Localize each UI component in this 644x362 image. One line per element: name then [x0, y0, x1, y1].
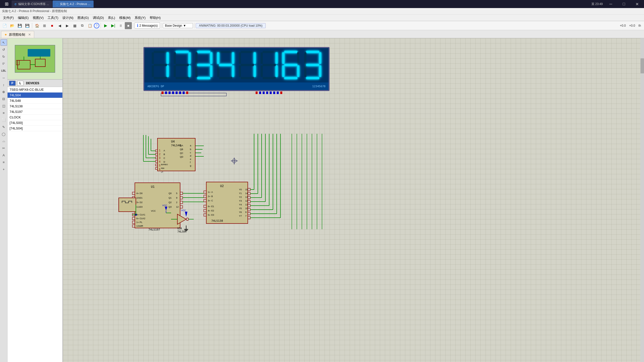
device-74ls00[interactable]: [74LS00]: [8, 120, 62, 126]
menu-library[interactable]: 库(L): [106, 15, 117, 21]
proteus-icon: ⬡: [56, 2, 58, 6]
menu-tools[interactable]: 工具(T): [46, 15, 60, 21]
sidebar-container: ↖ ↺ ↻ 0° LBL ↔ ↕ ⊕ ⊟ ◫ ≡ ⬜ ✎ ◯ ⌓ ✂ A ≡ +: [0, 38, 63, 362]
library-button[interactable]: L: [17, 81, 23, 86]
snap-button[interactable]: ⊞: [41, 22, 48, 29]
svg-rect-119: [248, 192, 250, 195]
seg-c-6: [297, 65, 299, 77]
menu-edit[interactable]: 编辑(E): [16, 15, 31, 21]
design-dropdown[interactable]: Base Design ▼: [163, 23, 193, 28]
device-clock[interactable]: CLOCK: [8, 115, 62, 120]
menu-chart[interactable]: 图表(G): [75, 15, 91, 21]
svg-rect-74: [132, 217, 135, 220]
svg-text:D0: D0: [140, 192, 143, 195]
schematic[interactable]: U4 74LS48 1 2 3 4 5 6 a b c d e f g: [63, 38, 644, 362]
close-tab-icon[interactable]: ✕: [28, 33, 31, 36]
menu-file[interactable]: 文件(F): [1, 15, 16, 21]
save-as-button[interactable]: 💾: [24, 22, 31, 29]
redo-tool[interactable]: ↻: [1, 53, 7, 60]
print-button[interactable]: ■: [49, 22, 56, 29]
select-tool[interactable]: ↖: [1, 39, 7, 46]
messages-button[interactable]: ℹ 2 Message(s): [135, 22, 160, 29]
device-7seg[interactable]: 7SEG-MPX8-CC-BLUE: [8, 87, 62, 93]
svg-text:QA: QA: [180, 144, 183, 147]
properties-button[interactable]: 📋: [86, 22, 93, 29]
circle-tool[interactable]: ◯: [1, 131, 7, 137]
menu-help[interactable]: 帮助(H): [148, 15, 163, 21]
seg-c-1: [188, 65, 191, 77]
step-button[interactable]: ▶|: [110, 22, 117, 29]
proteus-tab[interactable]: ⬡ 实验七.4.2 - Proteus ...: [53, 1, 93, 8]
arc-tool[interactable]: ⌓: [1, 138, 7, 144]
help-btn[interactable]: ?: [94, 23, 99, 28]
v-scroll-thumb[interactable]: [640, 58, 644, 73]
menu-debug[interactable]: 调试(D): [91, 15, 106, 21]
bus-tool[interactable]: ⊟: [1, 96, 7, 102]
seg-a-3: [219, 51, 232, 53]
schematic-tab[interactable]: ✦ 原理图绘制 ✕: [1, 31, 34, 38]
junction-tool[interactable]: ◫: [1, 103, 7, 109]
sep5: [194, 23, 194, 28]
device-74ls48[interactable]: 74LS48: [8, 98, 62, 104]
menu-template[interactable]: 模板(M): [117, 15, 133, 21]
device-74ls138[interactable]: 74LS138: [8, 104, 62, 109]
minimize-button[interactable]: ─: [606, 1, 616, 8]
seg-footer: ABCDEFG DP 12345678: [144, 82, 329, 90]
svg-rect-114: [204, 199, 206, 202]
seg-a-6: [284, 51, 297, 53]
digit-3: [217, 51, 234, 80]
canvas-area[interactable]: U4 74LS48 1 2 3 4 5 6 a b c d e f g: [63, 38, 644, 362]
mirror-v-tool[interactable]: ↕: [1, 81, 7, 88]
svg-rect-183: [172, 92, 174, 94]
vertical-scrollbar[interactable]: [640, 38, 644, 362]
label-tool[interactable]: LBL: [1, 67, 7, 74]
coord-x: +0.0: [620, 24, 626, 27]
pencil-tool[interactable]: ✎: [1, 124, 7, 130]
back-button[interactable]: ◀: [56, 22, 63, 29]
mirror-h-tool[interactable]: ↔: [1, 74, 7, 81]
svg-text:5: 5: [176, 192, 177, 195]
menu-view[interactable]: 视图(V): [31, 15, 46, 21]
device-74ls04b[interactable]: [74LS04]: [8, 126, 62, 131]
svg-text:Y2: Y2: [239, 196, 242, 198]
seg-d-1: [176, 77, 189, 79]
select-all-button[interactable]: ▦: [71, 22, 78, 29]
stop-button[interactable]: ■: [125, 22, 132, 29]
forward-button[interactable]: ▶: [64, 22, 71, 29]
svg-text:VCC: VCC: [162, 204, 167, 207]
svg-rect-2: [35, 59, 45, 67]
svg-text:1=: 1=: [208, 191, 210, 193]
digit-5: [261, 51, 278, 80]
device-74ls04[interactable]: 74LS04: [8, 93, 62, 98]
undo-tool[interactable]: ↺: [1, 46, 7, 53]
maximize-button[interactable]: □: [619, 1, 629, 8]
net-tool[interactable]: ≡: [1, 110, 7, 116]
save-button[interactable]: 💾: [16, 22, 23, 29]
text-tool[interactable]: A: [1, 152, 7, 158]
animation-status: ANIMATING: 00:00:03.200000 (CPU load 10%…: [196, 23, 266, 28]
open-button[interactable]: 📂: [9, 22, 16, 29]
props-tool[interactable]: ≡: [1, 159, 7, 165]
wire-tool[interactable]: ⊕: [1, 88, 7, 95]
new-button[interactable]: 📄: [1, 22, 8, 29]
svg-text:E2: E2: [211, 209, 214, 212]
pause-button[interactable]: ⏸: [117, 22, 124, 29]
rotate-tool[interactable]: 0°: [1, 60, 7, 67]
device-74ls197[interactable]: 74LS197: [8, 109, 62, 115]
close-button[interactable]: ✕: [632, 1, 642, 8]
svg-text:4=: 4=: [208, 209, 210, 212]
svg-rect-75: [132, 221, 135, 223]
svg-text:E1: E1: [211, 205, 214, 208]
menu-design[interactable]: 设计(N): [60, 15, 75, 21]
play-button[interactable]: ▶: [102, 22, 109, 29]
copy-button[interactable]: ⧉: [79, 22, 86, 29]
scissors-tool[interactable]: ✂: [1, 145, 7, 151]
home-button[interactable]: 🏠: [33, 22, 41, 29]
browser-tab[interactable]: e 编辑文章-CSDN博客 ...: [12, 1, 52, 8]
svg-rect-39: [155, 164, 157, 166]
windows-start-button[interactable]: ⊞: [2, 1, 11, 8]
add-tool[interactable]: +: [1, 166, 7, 172]
box-tool[interactable]: ⬜: [1, 117, 7, 123]
pick-button[interactable]: P: [9, 81, 16, 86]
menu-system[interactable]: 系统(Y): [133, 15, 147, 21]
